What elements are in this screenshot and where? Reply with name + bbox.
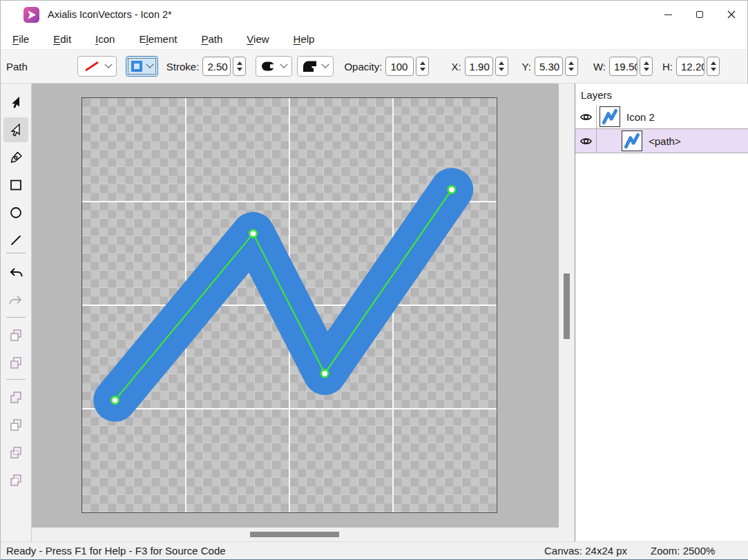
properties-toolbar: Path Stroke: (1, 49, 747, 84)
opacity-spinner (385, 57, 429, 76)
spin-up-icon[interactable] (568, 61, 574, 65)
zigzag-thumbnail-icon (623, 132, 641, 150)
layer-row-path[interactable]: <path> (575, 129, 748, 153)
path-node-1[interactable] (111, 396, 119, 404)
visibility-toggle[interactable] (575, 135, 596, 148)
direct-select-tool-button[interactable] (3, 117, 28, 142)
path-node-2[interactable] (249, 230, 257, 238)
maximize-button[interactable] (684, 1, 716, 28)
layer-thumbnail (600, 106, 620, 127)
menu-path[interactable]: Path (201, 33, 222, 45)
stroke-width-spinner (202, 57, 246, 76)
window-title: Axialis IconVectors - Icon 2* (48, 9, 172, 20)
ellipse-icon (9, 206, 23, 220)
x-spinner (465, 57, 508, 76)
layer-label: <path> (649, 135, 681, 147)
chevron-down-icon (104, 61, 112, 68)
line-cap-dropdown[interactable] (256, 56, 292, 77)
undo-button[interactable] (3, 261, 28, 286)
spin-up-icon[interactable] (237, 61, 242, 65)
opacity-spin-buttons[interactable] (416, 57, 429, 76)
bring-forward-button[interactable] (3, 323, 28, 348)
y-input[interactable] (535, 57, 563, 76)
stroke-width-spin-buttons[interactable] (233, 57, 246, 76)
close-button[interactable] (716, 1, 747, 28)
vertical-scrollbar[interactable] (559, 84, 575, 541)
visibility-toggle[interactable] (575, 110, 596, 124)
context-label: Path (6, 61, 28, 73)
opacity-input[interactable] (385, 57, 414, 76)
h-spin-buttons[interactable] (707, 57, 720, 76)
menu-icon[interactable]: Icon (95, 33, 115, 45)
union-button[interactable] (3, 385, 28, 410)
intersect-button[interactable] (3, 441, 28, 465)
stroke-color-swatch-icon (131, 61, 142, 72)
stroke-width-input[interactable] (202, 57, 231, 76)
select-tool-button[interactable] (3, 90, 28, 115)
status-message: Ready - Press F1 for Help - F3 for Sourc… (6, 545, 226, 557)
workspace[interactable] (32, 84, 559, 541)
spin-down-icon[interactable] (568, 68, 574, 71)
horizontal-scrollbar[interactable] (32, 528, 559, 541)
pen-icon (9, 151, 23, 164)
divider (6, 317, 26, 318)
divider (596, 105, 597, 129)
subtract-button[interactable] (3, 413, 28, 438)
spin-down-icon[interactable] (499, 68, 504, 71)
h-input[interactable] (676, 57, 704, 76)
spin-down-icon[interactable] (644, 68, 649, 71)
exclude-button[interactable] (3, 468, 28, 493)
pen-tool-button[interactable] (3, 145, 28, 170)
app-window: Axialis IconVectors - Icon 2* File Edit … (0, 0, 748, 560)
redo-button[interactable] (3, 289, 28, 313)
w-input[interactable] (609, 57, 637, 76)
title-bar[interactable]: Axialis IconVectors - Icon 2* (1, 1, 747, 28)
menu-help[interactable]: Help (294, 33, 315, 45)
vertical-scrollbar-thumb[interactable] (564, 273, 570, 339)
fill-color-dropdown[interactable] (77, 56, 117, 77)
line-join-dropdown[interactable] (297, 56, 334, 77)
spin-up-icon[interactable] (420, 61, 425, 65)
spin-up-icon[interactable] (711, 61, 716, 65)
spin-up-icon[interactable] (499, 61, 504, 65)
zigzag-thumbnail-icon (601, 108, 619, 126)
opacity-label: Opacity: (344, 61, 382, 73)
x-input[interactable] (465, 57, 493, 76)
send-backward-button[interactable] (3, 351, 28, 376)
menu-element[interactable]: Element (139, 33, 177, 45)
stroke-color-dropdown[interactable] (126, 56, 158, 77)
y-spinner (535, 57, 578, 76)
layer-thumbnail (622, 131, 642, 151)
menu-view[interactable]: View (247, 33, 269, 45)
x-spin-buttons[interactable] (495, 57, 508, 76)
layer-label: Icon 2 (626, 111, 655, 123)
canvas[interactable] (81, 97, 497, 513)
divider (596, 129, 597, 153)
spin-up-icon[interactable] (644, 61, 649, 65)
intersect-icon (9, 446, 23, 460)
spin-down-icon[interactable] (420, 68, 425, 71)
minimize-button[interactable] (652, 1, 684, 28)
menu-file[interactable]: File (12, 33, 29, 45)
path-node-3[interactable] (321, 370, 329, 378)
y-spin-buttons[interactable] (565, 57, 578, 76)
ellipse-tool-button[interactable] (3, 200, 28, 225)
menu-edit[interactable]: Edit (53, 33, 71, 45)
direct-select-arrow-icon (9, 123, 23, 137)
horizontal-scrollbar-thumb[interactable] (250, 532, 339, 537)
tool-strip (1, 84, 32, 541)
divider (6, 253, 26, 253)
spin-down-icon[interactable] (711, 68, 716, 71)
divider (6, 379, 26, 380)
layer-row-icon2[interactable]: Icon 2 (575, 105, 748, 129)
y-label: Y: (522, 61, 531, 73)
spin-down-icon[interactable] (237, 68, 242, 71)
round-join-icon (303, 61, 318, 73)
bring-forward-icon (9, 329, 23, 342)
path-node-4[interactable] (448, 186, 456, 193)
w-spin-buttons[interactable] (640, 57, 653, 76)
line-tool-button[interactable] (3, 228, 28, 253)
rectangle-tool-button[interactable] (3, 173, 28, 197)
layers-panel: Layers Icon 2 (575, 84, 748, 541)
close-icon (727, 10, 736, 19)
